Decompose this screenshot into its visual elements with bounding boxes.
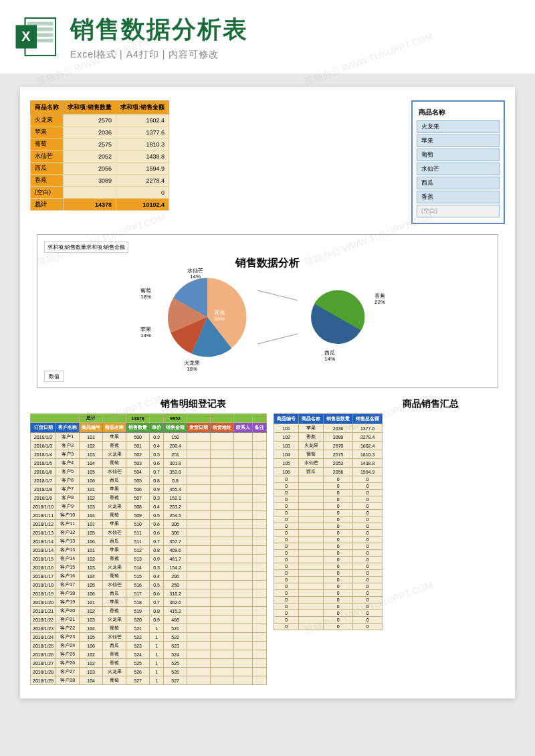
table-row: 105水仙芒20521438.8 [274, 459, 383, 468]
slicer-item[interactable]: 葡萄 [417, 149, 500, 161]
page-subtitle: Excel格式 | A4打印 | 内容可修改 [70, 49, 522, 61]
table-row: 000 [274, 496, 383, 503]
table-row: 000 [274, 583, 383, 590]
page-title: 销售数据分析表 [70, 13, 522, 46]
table-row: 2018/1/29客户28104葡萄5271527 [31, 676, 267, 685]
document-page: 商品名称求和项:销售数量求和项:销售金额 火龙果25701602.4苹果2036… [20, 87, 515, 698]
table-row: 2018/1/22客户21103火龙果5200.9468 [31, 616, 267, 624]
table-row: 2018/1/3客户2102香蕉5010.4200.4 [31, 442, 267, 450]
table-row: 2018/1/23客户22104葡萄5211521 [31, 624, 267, 633]
table-row: 2018/1/5客户4104葡萄5030.6301.8 [31, 459, 267, 468]
table-row: 000 [274, 590, 383, 597]
pie-chart: 求和项:销售数量求和项:销售金额 销售数据分析 水仙芒14% 葡萄18% 苹果1… [37, 234, 498, 388]
table-row: 2018/1/14客户13106西瓜5110.7357.7 [31, 537, 267, 546]
table-row: 000 [274, 557, 383, 563]
table-row: 000 [274, 516, 383, 523]
pie-connector [257, 277, 298, 357]
table-row: 2018/1/28客户27103火龙果5261526 [31, 668, 267, 676]
table-row: 101苹果20361377.6 [274, 424, 383, 433]
table-row: 000 [274, 550, 383, 557]
table-row: 103火龙果25701602.4 [274, 442, 383, 450]
table-row: 2018/1/18客户17105水仙芒5160.5258 [31, 581, 267, 589]
table-row: 000 [274, 577, 383, 583]
table-row: 2018/1/2客户1101苹果5000.3150 [31, 433, 267, 442]
table-row: 000 [274, 543, 383, 550]
slicer-item[interactable]: 苹果 [417, 134, 500, 147]
pivot-table: 商品名称求和项:销售数量求和项:销售金额 火龙果25701602.4苹果2036… [30, 100, 169, 211]
table-row: 000 [274, 624, 383, 630]
table-row: 102香蕉30892278.4 [274, 433, 383, 442]
table-row: 000 [274, 597, 383, 603]
table-row: 2018/1/16客户15103火龙果5140.3154.2 [31, 563, 267, 572]
table-row: 000 [274, 476, 383, 483]
table-row: 000 [274, 570, 383, 577]
summary-table: 商品编号商品名称销售总数量销售总金额 101苹果20361377.6102香蕉3… [274, 413, 383, 630]
table-row: 000 [274, 610, 383, 617]
table-row: 000 [274, 490, 383, 496]
table-row: 2018/1/9客户8102香蕉5070.3152.1 [31, 494, 267, 502]
table-row: 2018/1/19客户18106西瓜5170.6310.2 [31, 589, 267, 598]
detail-title: 销售明细登记表 [30, 398, 356, 410]
slicer-item[interactable]: 火龙果 [417, 120, 500, 133]
slicer-item[interactable]: 水仙芒 [417, 163, 500, 175]
table-row: 000 [274, 603, 383, 610]
slicer-item-blank[interactable]: (空白) [417, 205, 500, 217]
chart-title: 销售数据分析 [44, 256, 491, 270]
chart-data-label: 数值 [44, 371, 64, 382]
summary-title: 商品销售汇总 [356, 398, 505, 410]
table-row: 2018/1/7客户6106西瓜5050.80.8 [31, 476, 267, 485]
table-row: 2018/1/4客户3103火龙果5020.5251 [31, 450, 267, 459]
table-row: 000 [274, 617, 383, 624]
pie-main [164, 274, 251, 361]
table-row: 2018/1/13客户12105水仙芒5110.6306 [31, 529, 267, 537]
table-row: 106西瓜20561594.9 [274, 468, 383, 476]
table-row: 2018/1/8客户7101苹果5060.9455.4 [31, 485, 267, 494]
table-row: 2018/1/24客户23105水仙芒5221522 [31, 633, 267, 642]
slicer-item[interactable]: 西瓜 [417, 177, 500, 189]
table-row: 000 [274, 530, 383, 537]
table-row: 000 [274, 563, 383, 570]
slicer-title: 商品名称 [417, 106, 500, 119]
table-row: 2018/1/14客户13101苹果5120.8409.6 [31, 546, 267, 555]
page-header: X 销售数据分析表 Excel格式 | A4打印 | 内容可修改 [0, 0, 535, 74]
table-row: 000 [274, 523, 383, 530]
slicer-item[interactable]: 香蕉 [417, 191, 500, 203]
table-row: 2018/1/12客户11101苹果5100.6306 [31, 520, 267, 529]
table-row: 2018/1/20客户19101苹果5180.7362.6 [31, 598, 267, 607]
chart-legend: 求和项:销售数量求和项:销售金额 [44, 242, 128, 253]
table-row: 2018/1/10客户9103火龙果5080.4203.2 [31, 502, 267, 511]
table-row: 2018/1/11客户10104葡萄5090.5254.5 [31, 511, 267, 520]
table-row: 2018/1/17客户16104葡萄5150.4206 [31, 572, 267, 581]
table-row: 2018/1/27客户26102香蕉5251525 [31, 659, 267, 668]
detail-table: 总计138789952 订货日期客户名称商品编号商品名称销售数量单价销售金额发货… [30, 413, 267, 685]
table-row: 2018/1/6客户5105水仙芒5040.7352.8 [31, 468, 267, 476]
table-row: 000 [274, 510, 383, 516]
excel-icon: X [13, 13, 60, 60]
svg-text:X: X [21, 29, 30, 43]
table-row: 2018/1/26客户25102香蕉5241524 [31, 650, 267, 659]
pie-sub [304, 284, 371, 351]
table-row: 2018/1/25客户24106西瓜5231523 [31, 642, 267, 650]
table-row: 000 [274, 503, 383, 510]
svg-rect-1 [27, 22, 54, 26]
svg-line-9 [257, 334, 298, 344]
table-row: 2018/1/15客户14102香蕉5130.9461.7 [31, 555, 267, 563]
slicer-panel: 商品名称 火龙果苹果葡萄水仙芒西瓜香蕉 (空白) [411, 100, 505, 224]
svg-line-8 [257, 290, 298, 300]
table-row: 000 [274, 537, 383, 543]
table-row: 2018/1/21客户20102香蕉5190.8415.2 [31, 607, 267, 616]
table-row: 104葡萄25751810.3 [274, 450, 383, 459]
table-row: 000 [274, 483, 383, 490]
